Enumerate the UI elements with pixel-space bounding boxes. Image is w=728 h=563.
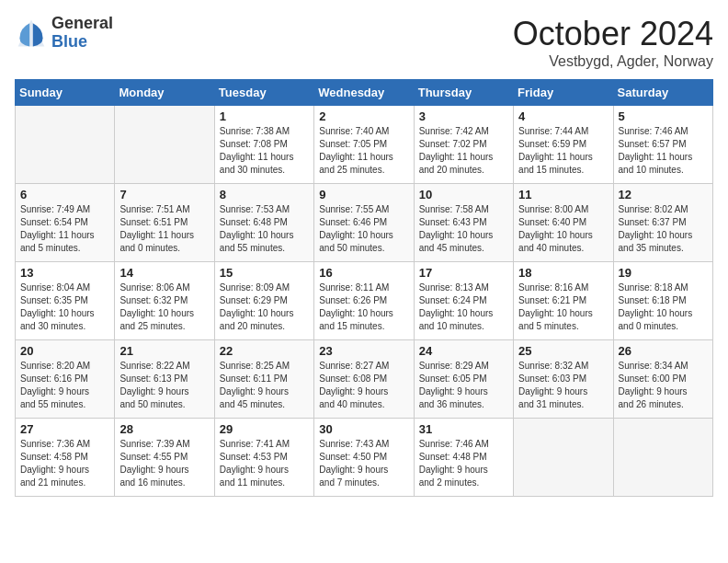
day-info: Sunrise: 8:11 AM Sunset: 6:26 PM Dayligh… bbox=[319, 282, 408, 333]
day-number: 12 bbox=[619, 188, 708, 201]
day-info: Sunrise: 7:43 AM Sunset: 4:50 PM Dayligh… bbox=[319, 438, 408, 489]
logo-text: General Blue bbox=[51, 15, 113, 52]
day-number: 5 bbox=[619, 109, 708, 123]
weekday-header-tuesday: Tuesday bbox=[214, 80, 313, 106]
week-row-3: 13Sunrise: 8:04 AM Sunset: 6:35 PM Dayli… bbox=[16, 262, 713, 340]
day-info: Sunrise: 8:09 AM Sunset: 6:29 PM Dayligh… bbox=[220, 282, 309, 333]
day-info: Sunrise: 8:22 AM Sunset: 6:13 PM Dayligh… bbox=[119, 360, 209, 411]
day-info: Sunrise: 8:34 AM Sunset: 6:00 PM Dayligh… bbox=[619, 360, 708, 411]
calendar-cell bbox=[514, 419, 613, 497]
week-row-4: 20Sunrise: 8:20 AM Sunset: 6:16 PM Dayli… bbox=[16, 340, 713, 419]
calendar-cell: 26Sunrise: 8:34 AM Sunset: 6:00 PM Dayli… bbox=[613, 340, 712, 419]
calendar-cell: 7Sunrise: 7:51 AM Sunset: 6:51 PM Daylig… bbox=[115, 184, 214, 262]
calendar-cell bbox=[16, 106, 115, 184]
day-info: Sunrise: 7:40 AM Sunset: 7:05 PM Dayligh… bbox=[319, 125, 408, 177]
day-number: 7 bbox=[119, 188, 209, 201]
calendar-cell: 14Sunrise: 8:06 AM Sunset: 6:32 PM Dayli… bbox=[115, 262, 214, 340]
calendar-cell: 29Sunrise: 7:41 AM Sunset: 4:53 PM Dayli… bbox=[214, 419, 313, 497]
day-info: Sunrise: 8:29 AM Sunset: 6:05 PM Dayligh… bbox=[419, 360, 508, 411]
calendar-cell: 12Sunrise: 8:02 AM Sunset: 6:37 PM Dayli… bbox=[613, 184, 712, 262]
calendar-table: SundayMondayTuesdayWednesdayThursdayFrid… bbox=[15, 79, 713, 497]
day-info: Sunrise: 8:16 AM Sunset: 6:21 PM Dayligh… bbox=[518, 282, 608, 333]
calendar-cell: 15Sunrise: 8:09 AM Sunset: 6:29 PM Dayli… bbox=[214, 262, 313, 340]
day-number: 31 bbox=[419, 422, 508, 436]
calendar-cell: 5Sunrise: 7:46 AM Sunset: 6:57 PM Daylig… bbox=[613, 106, 712, 184]
weekday-header-sunday: Sunday bbox=[16, 80, 115, 106]
day-info: Sunrise: 7:41 AM Sunset: 4:53 PM Dayligh… bbox=[220, 438, 309, 489]
logo-line1: General bbox=[51, 15, 113, 33]
calendar-cell: 18Sunrise: 8:16 AM Sunset: 6:21 PM Dayli… bbox=[514, 262, 613, 340]
weekday-header-monday: Monday bbox=[115, 80, 214, 106]
day-number: 18 bbox=[518, 266, 608, 280]
day-info: Sunrise: 7:58 AM Sunset: 6:43 PM Dayligh… bbox=[419, 203, 508, 255]
day-number: 29 bbox=[220, 422, 309, 436]
calendar-cell: 28Sunrise: 7:39 AM Sunset: 4:55 PM Dayli… bbox=[115, 419, 214, 497]
day-info: Sunrise: 7:44 AM Sunset: 6:59 PM Dayligh… bbox=[518, 125, 608, 177]
day-info: Sunrise: 8:06 AM Sunset: 6:32 PM Dayligh… bbox=[119, 282, 209, 333]
calendar-cell: 4Sunrise: 7:44 AM Sunset: 6:59 PM Daylig… bbox=[514, 106, 613, 184]
weekday-header-wednesday: Wednesday bbox=[314, 80, 414, 106]
day-number: 8 bbox=[220, 188, 309, 201]
day-info: Sunrise: 8:13 AM Sunset: 6:24 PM Dayligh… bbox=[419, 282, 508, 333]
logo: General Blue bbox=[15, 15, 113, 52]
calendar-cell: 6Sunrise: 7:49 AM Sunset: 6:54 PM Daylig… bbox=[16, 184, 115, 262]
logo-line2: Blue bbox=[51, 33, 113, 52]
day-info: Sunrise: 7:36 AM Sunset: 4:58 PM Dayligh… bbox=[20, 438, 109, 489]
day-number: 20 bbox=[20, 344, 109, 358]
day-number: 21 bbox=[119, 344, 209, 358]
day-number: 2 bbox=[319, 109, 408, 123]
calendar-cell: 11Sunrise: 8:00 AM Sunset: 6:40 PM Dayli… bbox=[514, 184, 613, 262]
calendar-cell: 20Sunrise: 8:20 AM Sunset: 6:16 PM Dayli… bbox=[16, 340, 115, 419]
calendar-cell: 16Sunrise: 8:11 AM Sunset: 6:26 PM Dayli… bbox=[314, 262, 414, 340]
location: Vestbygd, Agder, Norway bbox=[513, 53, 713, 70]
day-number: 24 bbox=[419, 344, 508, 358]
day-info: Sunrise: 8:02 AM Sunset: 6:37 PM Dayligh… bbox=[619, 203, 708, 255]
weekday-header-saturday: Saturday bbox=[613, 80, 712, 106]
day-info: Sunrise: 8:04 AM Sunset: 6:35 PM Dayligh… bbox=[20, 282, 109, 333]
calendar-cell: 10Sunrise: 7:58 AM Sunset: 6:43 PM Dayli… bbox=[414, 184, 513, 262]
month-title: October 2024 bbox=[513, 15, 713, 53]
calendar-cell: 27Sunrise: 7:36 AM Sunset: 4:58 PM Dayli… bbox=[16, 419, 115, 497]
weekday-header-thursday: Thursday bbox=[414, 80, 513, 106]
day-info: Sunrise: 7:46 AM Sunset: 6:57 PM Dayligh… bbox=[619, 125, 708, 177]
day-number: 11 bbox=[518, 188, 608, 201]
day-number: 4 bbox=[518, 109, 608, 123]
day-info: Sunrise: 8:32 AM Sunset: 6:03 PM Dayligh… bbox=[518, 360, 608, 411]
day-number: 30 bbox=[319, 422, 408, 436]
calendar-cell: 19Sunrise: 8:18 AM Sunset: 6:18 PM Dayli… bbox=[613, 262, 712, 340]
day-number: 28 bbox=[119, 422, 209, 436]
day-info: Sunrise: 8:25 AM Sunset: 6:11 PM Dayligh… bbox=[220, 360, 309, 411]
page-header: General Blue October 2024 Vestbygd, Agde… bbox=[15, 15, 713, 70]
day-number: 6 bbox=[20, 188, 109, 201]
day-number: 3 bbox=[419, 109, 508, 123]
title-section: October 2024 Vestbygd, Agder, Norway bbox=[513, 15, 713, 70]
day-number: 23 bbox=[319, 344, 408, 358]
day-number: 15 bbox=[220, 266, 309, 280]
day-number: 9 bbox=[319, 188, 408, 201]
day-info: Sunrise: 7:49 AM Sunset: 6:54 PM Dayligh… bbox=[20, 203, 109, 255]
day-info: Sunrise: 7:38 AM Sunset: 7:08 PM Dayligh… bbox=[220, 125, 309, 177]
week-row-2: 6Sunrise: 7:49 AM Sunset: 6:54 PM Daylig… bbox=[16, 184, 713, 262]
day-number: 25 bbox=[518, 344, 608, 358]
calendar-cell: 24Sunrise: 8:29 AM Sunset: 6:05 PM Dayli… bbox=[414, 340, 513, 419]
calendar-cell: 2Sunrise: 7:40 AM Sunset: 7:05 PM Daylig… bbox=[314, 106, 414, 184]
calendar-cell: 8Sunrise: 7:53 AM Sunset: 6:48 PM Daylig… bbox=[214, 184, 313, 262]
day-info: Sunrise: 7:55 AM Sunset: 6:46 PM Dayligh… bbox=[319, 203, 408, 255]
calendar-cell bbox=[613, 419, 712, 497]
weekday-header-friday: Friday bbox=[514, 80, 613, 106]
day-number: 17 bbox=[419, 266, 508, 280]
day-number: 26 bbox=[619, 344, 708, 358]
week-row-1: 1Sunrise: 7:38 AM Sunset: 7:08 PM Daylig… bbox=[16, 106, 713, 184]
day-info: Sunrise: 8:27 AM Sunset: 6:08 PM Dayligh… bbox=[319, 360, 408, 411]
calendar-cell: 30Sunrise: 7:43 AM Sunset: 4:50 PM Dayli… bbox=[314, 419, 414, 497]
calendar-cell: 21Sunrise: 8:22 AM Sunset: 6:13 PM Dayli… bbox=[115, 340, 214, 419]
day-number: 16 bbox=[319, 266, 408, 280]
day-number: 14 bbox=[119, 266, 209, 280]
calendar-cell: 1Sunrise: 7:38 AM Sunset: 7:08 PM Daylig… bbox=[214, 106, 313, 184]
calendar-cell: 17Sunrise: 8:13 AM Sunset: 6:24 PM Dayli… bbox=[414, 262, 513, 340]
calendar-cell: 22Sunrise: 8:25 AM Sunset: 6:11 PM Dayli… bbox=[214, 340, 313, 419]
week-row-5: 27Sunrise: 7:36 AM Sunset: 4:58 PM Dayli… bbox=[16, 419, 713, 497]
day-info: Sunrise: 8:20 AM Sunset: 6:16 PM Dayligh… bbox=[20, 360, 109, 411]
day-number: 27 bbox=[20, 422, 109, 436]
day-number: 22 bbox=[220, 344, 309, 358]
